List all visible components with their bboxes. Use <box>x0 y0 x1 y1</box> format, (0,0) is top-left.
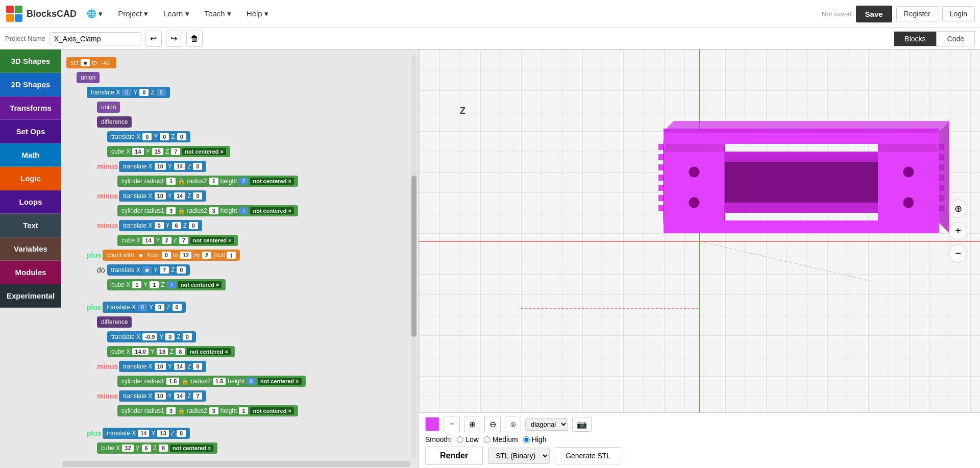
scrollbar-vertical[interactable] <box>411 55 416 458</box>
header: BlocksCAD 🌐 ▾ Project ▾ Learn ▾ Teach ▾ … <box>0 0 980 28</box>
block-difference2[interactable]: difference <box>97 316 132 328</box>
smooth-high-text: High <box>532 435 547 444</box>
delete-button[interactable]: 🗑 <box>186 31 203 47</box>
learn-nav-button[interactable]: Learn ▾ <box>158 7 194 20</box>
sidebar-item-3d-shapes[interactable]: 3D Shapes <box>0 50 61 73</box>
block-row-cube5: cube X 32 Y 6 Z 8 not centered × <box>97 441 413 455</box>
code-tab[interactable]: Code <box>937 31 975 46</box>
block-row-translate-neg: translate X -0.9 Y 0 Z 0 <box>107 330 413 343</box>
block-minus-translate5[interactable]: translate X 10 Y 14 Z 7 <box>119 390 206 402</box>
block-row-difference2: difference <box>97 315 413 329</box>
block-cube4[interactable]: cube X 14.0 Y 18 Z 8 not centered × <box>107 346 235 357</box>
block-row-cube1: cube X 14 Y 15 Z 7 not centered × <box>107 145 413 158</box>
zoom-out-btn[interactable]: − <box>949 244 967 263</box>
block-row-plus-translate1: plus translate X 0 Y 0 Z 0 <box>87 301 413 314</box>
color-swatch[interactable] <box>425 417 439 431</box>
block-cylinder4[interactable]: cylinder radius1 3 🔒 radius2 3 height 1 … <box>117 405 298 416</box>
sidebar-item-math[interactable]: Math <box>0 143 61 167</box>
block-set[interactable]: set ■ to -43 <box>66 57 116 68</box>
block-cylinder2[interactable]: cylinder radius1 3 🔒 radius2 3 height 7 … <box>117 205 298 216</box>
view-ctrl-minus-circle[interactable]: ⊖ <box>484 416 501 432</box>
not-saved-label: Not saved <box>822 10 852 18</box>
block-row-union2: union <box>97 101 413 114</box>
svg-rect-32 <box>664 220 939 233</box>
svg-rect-3 <box>15 14 22 22</box>
block-count-with[interactable]: count with ■ from 0 to 12 by 2 (hull ) <box>103 250 240 261</box>
block-plus-translate2[interactable]: translate X 14 Y 13 Z 0 <box>103 428 190 439</box>
sidebar-item-set-ops[interactable]: Set Ops <box>0 120 61 143</box>
help-nav-button[interactable]: Help ▾ <box>241 7 274 20</box>
sidebar-item-variables[interactable]: Variables <box>0 237 61 261</box>
main-layout: 3D Shapes 2D Shapes Transforms Set Ops M… <box>0 50 980 468</box>
project-nav-button[interactable]: Project ▾ <box>113 7 153 20</box>
controls-row1: − ⊕ ⊖ ◎ diagonal top front left right 📷 <box>425 416 974 432</box>
svg-rect-17 <box>658 205 666 211</box>
block-plus-translate1[interactable]: translate X 0 Y 0 Z 0 <box>103 302 186 313</box>
svg-rect-21 <box>878 141 939 223</box>
block-cube1[interactable]: cube X 14 Y 15 Z 7 not centered × <box>107 146 230 157</box>
block-cylinder3[interactable]: cylinder radius1 1.5 🔒 radius2 1.5 heigh… <box>117 376 306 387</box>
project-name-input[interactable] <box>50 32 141 45</box>
toolbar: Project Name ↩ ↪ 🗑 Blocks Code <box>0 28 980 50</box>
canvas-area[interactable]: Z <box>419 50 980 412</box>
sidebar-item-2d-shapes[interactable]: 2D Shapes <box>0 73 61 96</box>
block-translate1[interactable]: translate X 0 Y 0 Z 8 <box>87 87 170 98</box>
view-ctrl-minus[interactable]: − <box>444 416 460 432</box>
block-minus-translate2[interactable]: translate X 10 Y 14 Z 0 <box>119 190 206 202</box>
smooth-low-label[interactable]: Low <box>457 435 479 444</box>
block-row-difference1: difference <box>97 115 413 129</box>
block-cube2[interactable]: cube X 14 Y 2 Z 7 not centered × <box>117 235 238 246</box>
sidebar-item-text[interactable]: Text <box>0 214 61 237</box>
sidebar-item-modules[interactable]: Modules <box>0 261 61 284</box>
block-do-translate[interactable]: translate X ■ Y 7 Z 0 <box>107 264 190 276</box>
svg-rect-9 <box>664 141 725 223</box>
smooth-medium-label[interactable]: Medium <box>484 435 518 444</box>
block-minus-translate1[interactable]: translate X 10 Y 14 Z 0 <box>119 161 206 172</box>
globe-nav-button[interactable]: 🌐 ▾ <box>82 7 108 20</box>
view-ctrl-plus-circle[interactable]: ⊕ <box>464 416 480 432</box>
block-translate2[interactable]: translate X 0 Y 0 Z 0 <box>107 131 190 142</box>
block-row-set: set ■ to -43 <box>66 56 413 69</box>
save-button[interactable]: Save <box>856 6 892 22</box>
scrollbar-horizontal[interactable] <box>62 461 410 467</box>
screenshot-btn[interactable]: 📷 <box>572 417 592 432</box>
stl-format-select[interactable]: STL (Binary) STL (ASCII) OpenSCAD <box>488 448 550 464</box>
sidebar-item-transforms[interactable]: Transforms <box>0 96 61 120</box>
block-minus-translate4[interactable]: translate X 10 Y 14 Z 0 <box>119 361 206 372</box>
rotate-btn[interactable]: ⊕ <box>949 200 967 218</box>
smooth-low-text: Low <box>465 435 479 444</box>
smooth-low-radio[interactable] <box>457 436 463 443</box>
block-minus-translate3[interactable]: translate X 0 Y 6 Z 0 <box>119 220 202 231</box>
scrollbar-thumb <box>411 176 416 337</box>
block-row-minus4: minus translate X 10 Y 14 Z 0 <box>97 360 413 373</box>
view-ctrl-dot-circle[interactable]: ◎ <box>505 416 521 432</box>
undo-button[interactable]: ↩ <box>145 31 162 47</box>
smooth-label: Smooth: <box>425 435 452 444</box>
block-cube5[interactable]: cube X 32 Y 6 Z 8 not centered × <box>97 442 217 454</box>
register-button[interactable]: Register <box>896 6 938 21</box>
sidebar-item-loops[interactable]: Loops <box>0 190 61 214</box>
block-union1[interactable]: union <box>77 72 100 83</box>
block-row-cylinder1: cylinder radius1 1 🔒 radius2 1 height 7 … <box>117 175 413 188</box>
block-cube3[interactable]: cube X 1 Y 1 Z 7 not centered × <box>107 279 226 290</box>
redo-button[interactable]: ↪ <box>166 31 182 47</box>
render-button[interactable]: Render <box>425 447 483 465</box>
generate-stl-button[interactable]: Generate STL <box>555 447 621 464</box>
block-cylinder1[interactable]: cylinder radius1 1 🔒 radius2 1 height 7 … <box>117 176 298 187</box>
login-button[interactable]: Login <box>942 6 975 21</box>
block-union2[interactable]: union <box>97 102 120 113</box>
blocks-area[interactable]: set ■ to -43 union translate X 0 Y 0 Z 8… <box>61 50 419 468</box>
smooth-high-label[interactable]: High <box>523 435 547 444</box>
render-row: Render STL (Binary) STL (ASCII) OpenSCAD… <box>425 447 974 465</box>
sidebar-item-experimental[interactable]: Experimental <box>0 284 61 308</box>
block-translate-neg[interactable]: translate X -0.9 Y 0 Z 0 <box>107 331 196 342</box>
smooth-medium-radio[interactable] <box>484 436 491 443</box>
view-direction-select[interactable]: diagonal top front left right <box>525 418 568 431</box>
zoom-in-btn[interactable]: + <box>949 222 967 240</box>
sidebar-item-logic[interactable]: Logic <box>0 167 61 190</box>
smooth-high-radio[interactable] <box>523 436 530 443</box>
logo-text: BlocksCAD <box>27 9 77 19</box>
teach-nav-button[interactable]: Teach ▾ <box>200 7 236 20</box>
blocks-tab[interactable]: Blocks <box>894 31 936 46</box>
block-difference1[interactable]: difference <box>97 116 132 128</box>
